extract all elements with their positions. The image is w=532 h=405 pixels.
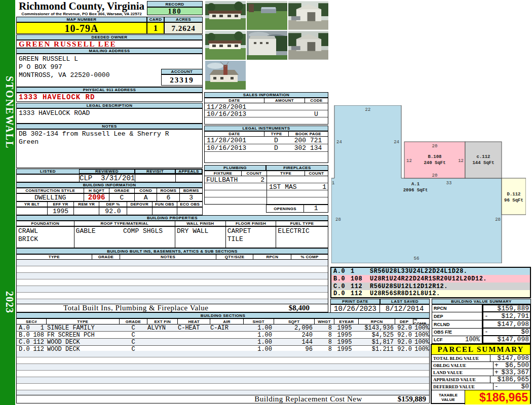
dim-label: 22 [365,107,371,112]
parcel-summary-title: PARCEL SUMMARY [432,345,530,355]
property-photo-3[interactable] [288,1,328,30]
map-number-label: MAP NUMBER [16,17,147,22]
listed-value [17,175,79,182]
building-properties-values: CRAWL BRICK GABLE COMP SHGLS DRY WALL CA… [16,226,328,248]
built-ins-headers: TYPE GRADE NOTES QTY/SIZE RPCN % COMP [16,254,328,260]
bs-heat-label: HEAT [177,319,210,324]
builtins-notes-label: NOTES [120,255,215,259]
bs-whgt-label: WHGT [314,319,334,324]
parcel-row: DEFERRED VALUE - $0 [432,383,530,390]
dim-label: 33 [446,181,452,186]
notes-label: NOTES [16,124,203,129]
bvs-row: RCLND $147,098 [432,320,531,329]
revisit-label: REVISIT [135,169,175,174]
rooms-label: ROOMS [157,188,179,193]
deeded-owner-label: DEEDED OWNER [16,34,203,40]
plumbing-title: PLUMBING [204,165,266,171]
li-type-label: TYPE [264,132,288,136]
legal-description-label: LEGAL DESCRIPTION [16,103,203,108]
parcel-label: DEFERRED VALUE [432,383,493,390]
table-row: A.0 1 SINGLE FAMILY C ALVYN C-HEAT C-AIR… [17,325,429,332]
builtins-type-label: TYPE [17,255,92,259]
hsqft-value: 2096 [84,194,109,201]
floor-finish-value: CARPET TILE [225,227,276,248]
dim-label: 28 [495,217,501,222]
appeals-label: APPEALS [175,169,202,174]
legal-instruments-headers: DATE TYPE BOOK PAGE [204,131,328,137]
bs-air-label: AIR [210,319,243,324]
building-sections-headers: SEC# TYPE GRADE EXT FIN HEAT AIR SHGT SQ… [16,318,430,325]
bs-comp-label: % COMP [413,319,429,324]
table-row [205,190,328,197]
legend-row: C.0 112 R56U28SU12L12D12R12. [331,282,530,290]
legend-row: B.0 108 U28R1U24R22D24R1SR20U12L20D12. [331,275,530,282]
listed-label: LISTED [17,169,79,174]
building-info-headers-1: CONSTRUCTION STYLE H SQFT GRADE COND ROO… [16,188,203,193]
roof-value: GABLE COMP SHGLS [74,227,175,248]
dim-label: 20 [432,173,438,178]
built-ins-empty-rows [16,260,328,304]
fireplace-count-label: COUNT [305,171,328,176]
bs-sec-label: SEC# [17,319,46,324]
builtins-grade-label: GRADE [92,255,120,259]
district-name: STONEWALL [1,76,15,187]
bvs-label: RPCN [432,304,482,312]
plumbing-fireplaces-headers: FIXTURE COUNT TYPE COUNT [204,171,328,176]
parcel-value: - $0 [493,383,530,390]
table-row: 11/28/2001 [205,103,328,110]
property-photo-6[interactable] [288,31,328,60]
parcel-row: APPRAISED VALUE $186,965 [432,376,530,383]
table-row: FULLBATH 2 [205,176,328,183]
bvs-label: OBS F/E [432,329,482,336]
sketch-area-sqft: 96 SqFt [504,198,523,203]
parcel-label: LAND VALUE [432,369,493,376]
review-value-row: CLP 3/31/2014 [16,174,203,182]
bvs-value: $147,098 [482,320,531,329]
building-sections-empty-rows [16,351,430,395]
built-ins-total-row: Total Built Ins, Plumbing & Fireplace Va… [16,304,328,312]
builtins-qty-label: QTY/SIZE [216,255,253,259]
account-label: ACCOUNT [161,69,203,74]
taxable-value: $186,965 [465,390,530,404]
replacement-cost-label: Building Replacement Cost New [254,395,362,403]
deeded-owner-value: GREEN RUSSELL LEE [16,40,203,48]
appeals-value [175,175,202,182]
county-title-block: Richmond County, Virginia Commissioner o… [16,1,147,16]
dim-label: 12 [406,158,412,164]
sales-amount-label: AMOUNT [264,98,305,103]
roof-label: ROOF TYPE/MATERIAL [74,221,175,226]
last-saved-value: 8/12/2014 [380,304,430,313]
reviewed-value: CLP 3/31/2014 [79,175,135,182]
replacement-cost-value: $159,889 [398,395,426,403]
property-record-card: STONEWALL 2023 Richmond County, Virginia… [0,0,532,405]
depovr-label: DEPOVR [127,202,152,207]
tax-year: 2023 [1,291,15,332]
building-properties-title: BUILDING PROPERTIES [16,215,328,221]
notes-line: DB 302-134 from Russell Lee & Sherry R [19,130,202,138]
bvs-label: RCLND [432,320,482,329]
parcel-row: OBLDG VALUE + $6,500 [432,362,530,369]
notes-box: DB 302-134 from Russell Lee & Sherry R G… [16,129,203,168]
sketch-area-name: B.108 [428,154,441,159]
bs-extfin-label: EXT FIN [147,319,177,324]
property-photo-7[interactable] [205,61,246,90]
property-photo-4[interactable] [205,31,246,60]
dim-label: 12 [458,158,464,164]
property-photo-2[interactable] [247,1,287,30]
bdrms-value: 3 [179,194,202,201]
legal-description-value: 1333 HAVELOCK ROAD [16,108,203,124]
property-photo-1[interactable] [205,1,246,30]
table-row: 1ST MAS 1 [205,183,328,190]
dim-label: 28 [335,217,341,222]
openings-row: OPENINGS 1 [266,205,328,212]
record-label: RECORD [147,1,203,7]
county-subtitle: Commissioner of the Revenue, PO Box 366,… [16,12,147,16]
built-ins-total-value: $8,400 [289,304,310,312]
bvs-value: - $12,791 [482,312,531,320]
builtins-comp-label: % COMP [291,255,328,259]
bvs-row: OBS F/E - $0 [432,329,531,336]
property-photo-5[interactable] [247,31,287,60]
table-row [205,197,328,204]
physical-address-value: 1333 HAVELOCK RD [16,93,203,102]
grade-value: C [109,194,134,201]
